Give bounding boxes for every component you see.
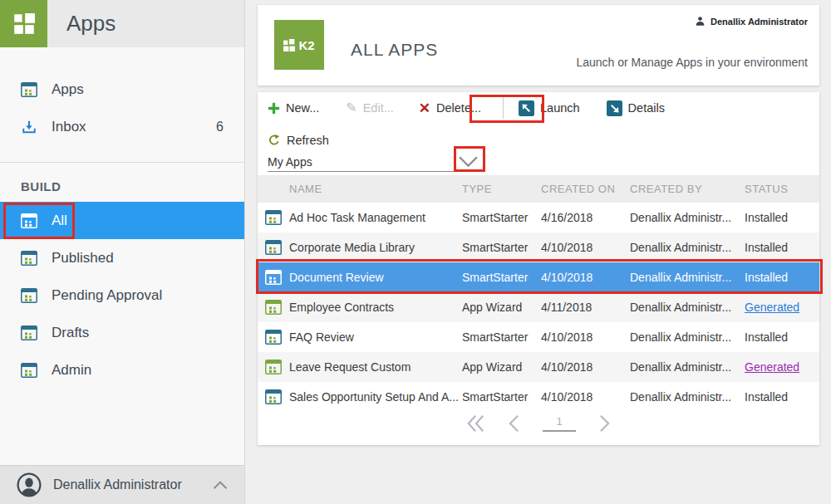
next-page-icon[interactable] — [599, 414, 610, 433]
sidebar-title: Apps — [66, 11, 116, 37]
sidebar-user-footer[interactable]: Denallix Administrator — [0, 465, 244, 504]
sidebar-item-label: Published — [52, 250, 114, 267]
sidebar-item-label: Pending Approval — [52, 287, 162, 304]
app-window-icon — [265, 330, 282, 345]
apps-filter-dropdown[interactable]: My Apps — [268, 152, 484, 172]
apps-window-icon — [21, 82, 37, 97]
sidebar-item-label: Inbox — [52, 119, 86, 135]
cell-created-by: Denallix Administr... — [630, 301, 745, 314]
table-header: NAME TYPE CREATED ON CREATED BY STATUS — [258, 175, 819, 203]
delete-button-label: Delete... — [436, 101, 481, 115]
cell-type: SmartStarter — [462, 271, 541, 284]
details-button[interactable]: Details — [607, 100, 665, 116]
cell-created-by: Denallix Administr... — [630, 211, 745, 224]
inbox-download-icon — [21, 120, 37, 135]
cell-type: SmartStarter — [462, 211, 541, 224]
cell-type: SmartStarter — [462, 330, 541, 344]
cell-created-by: Denallix Administr... — [630, 360, 745, 374]
column-header-status[interactable]: STATUS — [745, 183, 819, 195]
launch-button-label: Launch — [540, 101, 580, 115]
cell-name: Employee Contracts — [289, 301, 462, 314]
status-generated-link[interactable]: Generated — [745, 360, 799, 374]
cell-name: Document Review — [289, 271, 462, 284]
cell-name: Corporate Media Library — [289, 241, 462, 254]
page-title: ALL APPS — [351, 40, 438, 60]
sidebar-user-name: Denallix Administrator — [53, 477, 182, 492]
sidebar-item-admin[interactable]: Admin — [0, 351, 244, 389]
table-row[interactable]: Sales Opportunity Setup And A... SmartSt… — [258, 382, 819, 412]
header-user[interactable]: Denallix Administrator — [695, 16, 808, 27]
edit-button[interactable]: ✎ Edit... — [346, 101, 393, 115]
k2-grid-icon — [283, 39, 296, 51]
sidebar-item-drafts[interactable]: Drafts — [0, 314, 244, 351]
toolbar-row2: Refresh — [268, 134, 329, 147]
table-row[interactable]: Ad Hoc Task Management SmartStarter 4/16… — [258, 203, 819, 232]
column-header-created-by[interactable]: CREATED BY — [630, 183, 745, 195]
first-page-icon[interactable] — [467, 414, 485, 433]
app-window-icon — [265, 389, 282, 404]
k2-logo-text: K2 — [298, 38, 314, 52]
app-logo-icon[interactable] — [0, 0, 47, 47]
sidebar-item-label: Admin — [52, 362, 91, 379]
inbox-count-badge: 6 — [216, 120, 224, 135]
chevron-down-icon[interactable] — [458, 155, 479, 168]
sidebar-item-label: All — [52, 213, 67, 229]
table-row[interactable]: Leave Request Custom App Wizard 4/10/201… — [258, 352, 819, 382]
edit-button-label: Edit... — [363, 101, 394, 115]
sidebar-item-inbox[interactable]: Inbox 6 — [0, 108, 244, 145]
all-window-icon — [21, 213, 37, 228]
toolbar: New... ✎ Edit... ✕ Delete... Launch Deta… — [258, 92, 819, 124]
cell-created-on: 4/10/2018 — [541, 390, 630, 404]
delete-x-icon: ✕ — [419, 101, 430, 115]
page-subtitle: Launch or Manage Apps in your environmen… — [576, 56, 808, 69]
sidebar-item-apps[interactable]: Apps — [0, 71, 244, 108]
previous-page-icon[interactable] — [509, 414, 519, 433]
header-user-name: Denallix Administrator — [711, 17, 808, 27]
cell-created-on: 4/10/2018 — [541, 241, 630, 254]
column-header-name[interactable]: NAME — [289, 183, 462, 195]
sidebar-item-all[interactable]: All — [0, 202, 244, 239]
sidebar: Apps Apps Inbox 6 BUILD All Published Pe… — [0, 0, 245, 504]
pencil-icon: ✎ — [346, 101, 356, 115]
table-row[interactable]: Employee Contracts App Wizard 4/11/2018 … — [258, 292, 819, 322]
sidebar-item-pending-approval[interactable]: Pending Approval — [0, 276, 244, 314]
cell-created-by: Denallix Administr... — [630, 271, 745, 284]
table-row[interactable]: Corporate Media Library SmartStarter 4/1… — [258, 232, 819, 262]
build-section-label: BUILD — [0, 163, 244, 202]
current-page-number[interactable]: 1 — [543, 415, 576, 432]
table-row[interactable]: FAQ Review SmartStarter 4/10/2018 Denall… — [258, 322, 819, 352]
app-window-icon — [265, 210, 282, 225]
cell-created-on: 4/11/2018 — [541, 301, 630, 314]
sidebar-item-published[interactable]: Published — [0, 239, 244, 276]
new-button[interactable]: New... — [268, 101, 319, 115]
toolbar-separator — [503, 97, 504, 119]
cell-status: Installed — [745, 390, 819, 404]
column-header-created-on[interactable]: CREATED ON — [541, 183, 630, 195]
chevron-up-icon[interactable] — [213, 481, 228, 490]
column-header-type[interactable]: TYPE — [462, 183, 541, 195]
status-generated-link[interactable]: Generated — [745, 301, 799, 314]
cell-status: Installed — [745, 330, 819, 344]
published-window-icon — [21, 251, 37, 266]
apps-list-card: New... ✎ Edit... ✕ Delete... Launch Deta… — [258, 92, 819, 445]
launch-button[interactable]: Launch — [519, 100, 580, 116]
cell-created-on: 4/10/2018 — [541, 360, 630, 374]
cell-name: FAQ Review — [289, 330, 462, 344]
cell-created-by: Denallix Administr... — [630, 390, 745, 404]
app-window-icon — [265, 300, 282, 315]
page-header-card: K2 ALL APPS Denallix Administrator Launc… — [258, 5, 819, 86]
person-icon — [695, 16, 706, 27]
cell-type: App Wizard — [462, 360, 541, 374]
plus-icon — [268, 102, 280, 115]
refresh-button[interactable]: Refresh — [268, 134, 329, 147]
cell-name: Leave Request Custom — [289, 360, 462, 374]
sidebar-header: Apps — [0, 0, 244, 47]
cell-status: Installed — [745, 241, 819, 254]
cell-created-on: 4/16/2018 — [541, 211, 630, 224]
cell-created-on: 4/10/2018 — [541, 330, 630, 344]
app-window-icon — [265, 270, 282, 285]
table-row-selected[interactable]: Document Review SmartStarter 4/10/2018 D… — [258, 262, 819, 292]
user-avatar — [17, 472, 42, 497]
pagination: 1 — [258, 414, 819, 433]
delete-button[interactable]: ✕ Delete... — [419, 101, 481, 115]
